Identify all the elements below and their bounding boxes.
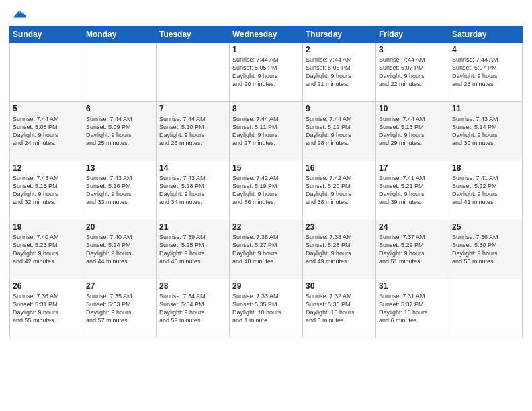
day-info: Sunrise: 7:44 AMSunset: 5:06 PMDaylight:…: [306, 56, 373, 89]
calendar-cell: 8Sunrise: 7:44 AMSunset: 5:11 PMDaylight…: [230, 102, 303, 161]
day-number: 17: [379, 163, 446, 173]
calendar-cell: 7Sunrise: 7:44 AMSunset: 5:10 PMDaylight…: [157, 102, 230, 161]
calendar-cell: 29Sunrise: 7:33 AMSunset: 5:35 PMDayligh…: [230, 279, 303, 338]
calendar-cell: 30Sunrise: 7:32 AMSunset: 5:36 PMDayligh…: [303, 279, 376, 338]
day-info: Sunrise: 7:44 AMSunset: 5:05 PMDaylight:…: [232, 56, 300, 89]
day-info: Sunrise: 7:36 AMSunset: 5:31 PMDaylight:…: [13, 292, 80, 325]
day-info: Sunrise: 7:36 AMSunset: 5:30 PMDaylight:…: [452, 233, 519, 266]
day-number: 20: [86, 222, 153, 232]
day-number: 6: [86, 104, 153, 113]
day-number: 9: [306, 104, 373, 113]
calendar-cell: 6Sunrise: 7:44 AMSunset: 5:09 PMDaylight…: [83, 102, 157, 161]
calendar-cell: 9Sunrise: 7:44 AMSunset: 5:12 PMDaylight…: [303, 102, 376, 161]
calendar-cell: 11Sunrise: 7:43 AMSunset: 5:14 PMDayligh…: [449, 102, 523, 161]
day-info: Sunrise: 7:44 AMSunset: 5:09 PMDaylight:…: [86, 115, 153, 148]
day-info: Sunrise: 7:31 AMSunset: 5:37 PMDaylight:…: [379, 292, 446, 325]
calendar-cell: 25Sunrise: 7:36 AMSunset: 5:30 PMDayligh…: [449, 220, 523, 279]
calendar-cell: 15Sunrise: 7:42 AMSunset: 5:19 PMDayligh…: [230, 161, 303, 220]
calendar-cell: 14Sunrise: 7:43 AMSunset: 5:18 PMDayligh…: [157, 161, 230, 220]
day-number: 16: [306, 163, 373, 173]
calendar-cell: 21Sunrise: 7:39 AMSunset: 5:25 PMDayligh…: [157, 220, 230, 279]
day-number: 1: [232, 45, 300, 54]
day-info: Sunrise: 7:34 AMSunset: 5:34 PMDaylight:…: [159, 292, 226, 325]
calendar-cell: 5Sunrise: 7:44 AMSunset: 5:08 PMDaylight…: [10, 102, 83, 161]
day-info: Sunrise: 7:43 AMSunset: 5:15 PMDaylight:…: [13, 174, 80, 207]
day-number: 23: [306, 222, 373, 232]
day-info: Sunrise: 7:38 AMSunset: 5:28 PMDaylight:…: [306, 233, 373, 266]
page: SundayMondayTuesdayWednesdayThursdayFrid…: [0, 0, 532, 411]
day-header-thursday: Thursday: [303, 26, 376, 43]
calendar-cell: 27Sunrise: 7:35 AMSunset: 5:33 PMDayligh…: [83, 279, 157, 338]
day-info: Sunrise: 7:44 AMSunset: 5:11 PMDaylight:…: [232, 115, 300, 148]
calendar-cell: [10, 43, 83, 102]
day-header-monday: Monday: [83, 26, 157, 43]
calendar-week-row: 26Sunrise: 7:36 AMSunset: 5:31 PMDayligh…: [10, 279, 523, 338]
calendar-table: SundayMondayTuesdayWednesdayThursdayFrid…: [9, 26, 523, 338]
day-info: Sunrise: 7:40 AMSunset: 5:23 PMDaylight:…: [13, 233, 80, 266]
day-header-tuesday: Tuesday: [157, 26, 230, 43]
calendar-cell: 20Sunrise: 7:40 AMSunset: 5:24 PMDayligh…: [83, 220, 157, 279]
day-number: 21: [159, 222, 226, 232]
day-info: Sunrise: 7:43 AMSunset: 5:16 PMDaylight:…: [86, 174, 153, 207]
day-info: Sunrise: 7:43 AMSunset: 5:14 PMDaylight:…: [452, 115, 519, 148]
day-number: 26: [13, 281, 80, 291]
calendar-cell: 24Sunrise: 7:37 AMSunset: 5:29 PMDayligh…: [376, 220, 449, 279]
calendar-cell: 13Sunrise: 7:43 AMSunset: 5:16 PMDayligh…: [83, 161, 157, 220]
day-number: 7: [159, 104, 226, 113]
logo: [9, 7, 26, 21]
day-number: 30: [306, 281, 373, 291]
calendar-cell: 19Sunrise: 7:40 AMSunset: 5:23 PMDayligh…: [10, 220, 83, 279]
day-info: Sunrise: 7:43 AMSunset: 5:18 PMDaylight:…: [159, 174, 226, 207]
day-info: Sunrise: 7:44 AMSunset: 5:10 PMDaylight:…: [159, 115, 226, 148]
day-number: 28: [159, 281, 226, 291]
day-number: 5: [13, 104, 80, 113]
day-number: 8: [232, 104, 300, 113]
day-info: Sunrise: 7:37 AMSunset: 5:29 PMDaylight:…: [379, 233, 446, 266]
day-info: Sunrise: 7:44 AMSunset: 5:07 PMDaylight:…: [379, 56, 446, 89]
day-info: Sunrise: 7:32 AMSunset: 5:36 PMDaylight:…: [306, 292, 373, 325]
day-info: Sunrise: 7:41 AMSunset: 5:22 PMDaylight:…: [452, 174, 519, 207]
day-info: Sunrise: 7:33 AMSunset: 5:35 PMDaylight:…: [232, 292, 300, 325]
day-info: Sunrise: 7:44 AMSunset: 5:13 PMDaylight:…: [379, 115, 446, 148]
day-info: Sunrise: 7:41 AMSunset: 5:21 PMDaylight:…: [379, 174, 446, 207]
calendar-cell: 2Sunrise: 7:44 AMSunset: 5:06 PMDaylight…: [303, 43, 376, 102]
calendar-cell: 23Sunrise: 7:38 AMSunset: 5:28 PMDayligh…: [303, 220, 376, 279]
day-info: Sunrise: 7:38 AMSunset: 5:27 PMDaylight:…: [232, 233, 300, 266]
day-header-sunday: Sunday: [10, 26, 83, 43]
calendar-cell: 28Sunrise: 7:34 AMSunset: 5:34 PMDayligh…: [157, 279, 230, 338]
calendar-week-row: 19Sunrise: 7:40 AMSunset: 5:23 PMDayligh…: [10, 220, 523, 279]
day-header-wednesday: Wednesday: [230, 26, 303, 43]
day-info: Sunrise: 7:39 AMSunset: 5:25 PMDaylight:…: [159, 233, 226, 266]
day-number: 3: [379, 45, 446, 54]
day-header-friday: Friday: [376, 26, 449, 43]
day-number: 19: [13, 222, 80, 232]
day-info: Sunrise: 7:44 AMSunset: 5:12 PMDaylight:…: [306, 115, 373, 148]
calendar-cell: 31Sunrise: 7:31 AMSunset: 5:37 PMDayligh…: [376, 279, 449, 338]
calendar-cell: 18Sunrise: 7:41 AMSunset: 5:22 PMDayligh…: [449, 161, 523, 220]
day-info: Sunrise: 7:44 AMSunset: 5:07 PMDaylight:…: [452, 56, 519, 89]
day-number: 12: [13, 163, 80, 173]
day-info: Sunrise: 7:42 AMSunset: 5:20 PMDaylight:…: [306, 174, 373, 207]
day-number: 4: [452, 45, 519, 54]
day-number: 10: [379, 104, 446, 113]
day-header-saturday: Saturday: [449, 26, 523, 43]
calendar-week-row: 12Sunrise: 7:43 AMSunset: 5:15 PMDayligh…: [10, 161, 523, 220]
day-info: Sunrise: 7:40 AMSunset: 5:24 PMDaylight:…: [86, 233, 153, 266]
calendar-cell: 26Sunrise: 7:36 AMSunset: 5:31 PMDayligh…: [10, 279, 83, 338]
day-number: 29: [232, 281, 300, 291]
header: [9, 7, 523, 21]
calendar-cell: [449, 279, 523, 338]
day-number: 11: [452, 104, 519, 113]
day-number: 24: [379, 222, 446, 232]
day-number: 15: [232, 163, 300, 173]
day-number: 14: [159, 163, 226, 173]
calendar-cell: 16Sunrise: 7:42 AMSunset: 5:20 PMDayligh…: [303, 161, 376, 220]
calendar-cell: 10Sunrise: 7:44 AMSunset: 5:13 PMDayligh…: [376, 102, 449, 161]
logo-icon: [11, 7, 26, 21]
calendar-week-row: 5Sunrise: 7:44 AMSunset: 5:08 PMDaylight…: [10, 102, 523, 161]
day-info: Sunrise: 7:35 AMSunset: 5:33 PMDaylight:…: [86, 292, 153, 325]
calendar-cell: 4Sunrise: 7:44 AMSunset: 5:07 PMDaylight…: [449, 43, 523, 102]
day-number: 31: [379, 281, 446, 291]
day-number: 27: [86, 281, 153, 291]
day-info: Sunrise: 7:44 AMSunset: 5:08 PMDaylight:…: [13, 115, 80, 148]
